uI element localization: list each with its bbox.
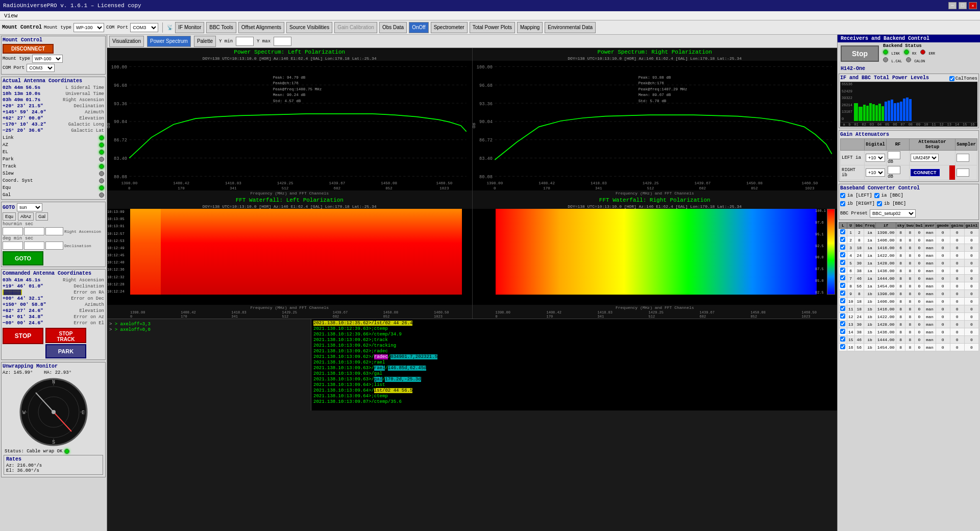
goto-btn[interactable]: GOTO <box>3 251 43 266</box>
if-bbc-section: IF and BBC Total Power Levels CalTones 6… <box>839 74 979 128</box>
goto-target-select[interactable]: sun <box>17 203 42 211</box>
svg-text:1418.83: 1418.83 <box>590 181 606 185</box>
left-wf-title: FFT Waterfall: Left Polarization <box>107 196 472 204</box>
close-btn[interactable]: ✕ <box>969 2 977 9</box>
term-right-10: 2021.138.10:13:09.63>/gal/170.2d,-25.3d <box>313 377 835 382</box>
table-row: 6 38 ia 1436.00 8 8 0 man 0 0 0 <box>839 267 979 275</box>
deg-input[interactable]: 19 <box>3 242 23 250</box>
table-row: 9 8 ib 1398.00 8 8 0 man 0 0 0 <box>839 290 979 298</box>
mapping-btn[interactable]: Mapping <box>517 22 543 33</box>
left-digital-select[interactable]: +10 <box>866 154 885 162</box>
l-sideral-value: 02h 44m 56.5s <box>3 85 40 90</box>
svg-text:dB: dB <box>107 123 111 129</box>
sec-input[interactable]: 45.1 <box>45 227 63 235</box>
stop-large-btn[interactable]: Stop <box>841 45 879 62</box>
hour-input[interactable]: 03 <box>3 227 23 235</box>
obs-data-btn[interactable]: Obs Data <box>379 22 407 33</box>
ia-left-checkbox[interactable] <box>840 193 845 198</box>
bbc-preset-select[interactable]: BBC_setup02 <box>870 209 916 218</box>
arcmin-input[interactable]: 38 <box>24 242 44 250</box>
com-port-select2[interactable]: COM3 <box>27 64 55 72</box>
min-input[interactable]: 41 <box>24 227 44 235</box>
bar-06 <box>878 104 881 121</box>
disconnect-btn[interactable]: DISCONNECT <box>3 44 54 54</box>
mount-type-select[interactable]: WP-100 <box>74 23 104 32</box>
connect-btn[interactable]: CONNECT <box>911 169 940 176</box>
cable-wrap-led <box>64 449 69 454</box>
ib-right-checkbox[interactable] <box>840 201 845 206</box>
gain-left-row: LEFT ia +10 -3 dB UM245R <box>841 151 977 165</box>
gain-calibration-btn[interactable]: Gain Calibration <box>334 22 377 33</box>
goto-tab-gal[interactable]: Gal <box>36 212 48 221</box>
y-max-input[interactable]: 100 <box>274 37 291 46</box>
goto-tab-altaz[interactable]: AltAz <box>18 212 34 221</box>
cmd-err-el-label: Error on El <box>74 321 104 326</box>
spectrometer-btn[interactable]: Spectrometer <box>431 22 468 33</box>
svg-text:1460.50: 1460.50 <box>436 181 452 185</box>
link-status-led <box>883 50 888 55</box>
backend-status-label: Backend Status <box>883 43 922 49</box>
ia-bbc-label: ia [BBC] <box>881 193 903 198</box>
left-pol-x-label: Frequency (MHz) and FFT Channels <box>107 190 472 196</box>
maximize-btn[interactable]: □ <box>959 2 967 9</box>
right-pol-x-label: Frequency (MHz) and FFT Channels <box>473 190 838 196</box>
el-led <box>99 150 104 155</box>
rates-title: Rates <box>6 456 101 462</box>
table-row: 4 24 ia 1422.00 8 8 0 man 0 0 0 <box>839 252 979 259</box>
right-wf-title: FFT Waterfall: Right Polarization <box>473 196 838 204</box>
lcal-led <box>883 57 888 62</box>
cmd-err-el-value: −00° 00′ 24.6″ <box>3 320 43 326</box>
terminal-right: 2021.138.10:12:35.62>/lst/02 44 26.4 202… <box>311 319 837 411</box>
galactic-lat-label: Galactic Lat <box>71 128 104 133</box>
view-menu[interactable]: View <box>2 13 19 19</box>
power-spectrum-btn[interactable]: Power Spectrum <box>147 36 191 47</box>
goto-section: GOTO sun Equ AltAz Gal hour min sec 03 4… <box>1 202 106 267</box>
svg-text:852: 852 <box>751 185 758 190</box>
mount-type-select2[interactable]: WP-100 <box>32 55 63 63</box>
ia-bbc-checkbox[interactable] <box>874 193 879 198</box>
baseband-converter-section: Baseband Converter Control ia [LEFT] ia … <box>839 184 979 220</box>
ib-bbc-checkbox[interactable] <box>877 201 882 206</box>
goto-tab-equ[interactable]: Equ <box>3 212 16 221</box>
cal-tones-checkbox[interactable] <box>949 76 954 81</box>
cmd-dec-label: Declination <box>74 284 104 289</box>
visualization-btn[interactable]: Visualization <box>109 36 144 47</box>
left-att-select[interactable]: UM245R <box>911 154 939 162</box>
stop-btn[interactable]: STOP <box>3 328 43 344</box>
minimize-btn[interactable]: ─ <box>948 2 957 9</box>
coord-sys-label: Coord. Syst <box>3 178 33 183</box>
bar-09 <box>888 101 890 121</box>
svg-text:341: 341 <box>230 185 237 190</box>
source-visibilities-btn[interactable]: Source Visibilities <box>286 22 332 33</box>
right-sampler-input[interactable]: 0.3 <box>957 168 969 177</box>
left-sampler-input[interactable]: 0.3 <box>957 154 969 162</box>
bar-03 <box>869 103 872 121</box>
actual-coords-title: Actual Antenna Coordinates <box>3 78 104 84</box>
svg-text:1023: 1023 <box>439 185 449 190</box>
svg-text:341: 341 <box>595 185 602 190</box>
freq-table-container[interactable]: L U bbc freq if sky bwu bwl aver gmode g… <box>839 222 979 531</box>
stop-track-btn[interactable]: STOPTRACK <box>45 328 86 343</box>
environmental-data-btn[interactable]: Environmental Data <box>545 22 596 33</box>
total-power-plots-btn[interactable]: Total Power Plots <box>470 22 515 33</box>
if-monitor-btn[interactable]: IF Monitor <box>175 22 204 33</box>
palette-btn[interactable]: Palette <box>194 36 216 47</box>
on-off-btn[interactable]: OnOff <box>409 22 429 33</box>
svg-text:0: 0 <box>494 185 496 190</box>
svg-text:Peak@freq:1408.75 MHz: Peak@freq:1408.75 MHz <box>273 87 322 91</box>
com-port-select[interactable]: COM3 <box>130 23 158 32</box>
bbc-tools-btn[interactable]: BBC Tools <box>206 22 236 33</box>
svg-text:1439.67: 1439.67 <box>694 181 710 185</box>
svg-text:86.72: 86.72 <box>114 138 127 143</box>
svg-text:170: 170 <box>543 185 550 190</box>
right-digital-select[interactable]: +10 <box>866 168 885 177</box>
bar-01 <box>863 105 866 121</box>
if-monitor-icon: 📡 <box>167 25 173 31</box>
y-min-label: Y min <box>219 39 233 44</box>
right-rf-input[interactable]: -3 <box>888 166 900 174</box>
left-rf-input[interactable]: -3 <box>888 151 900 159</box>
arcsec-input[interactable]: 48.1 <box>45 242 63 250</box>
offset-alignments-btn[interactable]: Offset Alignments <box>238 22 284 33</box>
park-btn[interactable]: PARK <box>45 344 86 358</box>
y-min-input[interactable]: 80 <box>236 37 254 46</box>
